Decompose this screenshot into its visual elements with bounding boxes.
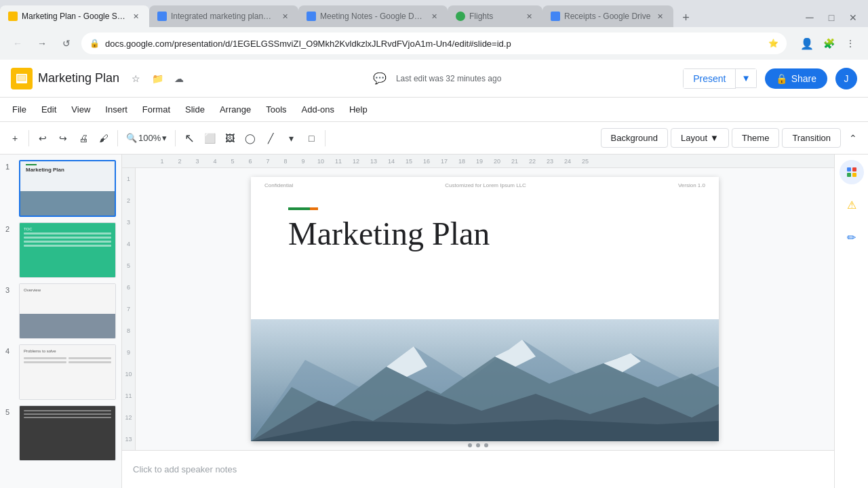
background-button[interactable]: Background: [601, 128, 668, 148]
notifications-icon[interactable]: ⚠: [840, 192, 864, 217]
browser-menu-button[interactable]: ⋮: [841, 34, 860, 53]
slide-item-2[interactable]: 2 TOC: [5, 222, 116, 278]
share-lock-icon: 🔒: [776, 73, 787, 84]
menu-view[interactable]: View: [64, 102, 97, 117]
comment-tool[interactable]: □: [302, 129, 321, 148]
star-button[interactable]: ☆: [127, 70, 144, 87]
slide-dots: [468, 443, 488, 447]
menu-tools[interactable]: Tools: [259, 102, 293, 117]
tab-meeting-notes[interactable]: Meeting Notes - Google Docs ✕: [298, 5, 448, 27]
theme-button[interactable]: Theme: [732, 128, 779, 148]
slide-item-3[interactable]: 3 Overview: [5, 283, 116, 339]
slide-thumb-4[interactable]: Problems to solve: [19, 344, 116, 400]
menu-arrange[interactable]: Arrange: [213, 102, 258, 117]
tab-flights[interactable]: Flights ✕: [448, 5, 542, 27]
zoom-select[interactable]: 🔍 100% ▾: [122, 130, 171, 146]
slide-thumb-1[interactable]: Marketing Plan: [19, 160, 116, 217]
minimize-button[interactable]: ─: [800, 8, 819, 27]
menu-format[interactable]: Format: [136, 102, 177, 117]
paint-format-button[interactable]: 🖌: [94, 129, 113, 148]
ruler-num-25: 25: [576, 158, 594, 165]
menu-file[interactable]: File: [5, 102, 33, 117]
tab-close-4[interactable]: ✕: [524, 11, 534, 22]
folder-button[interactable]: 📁: [149, 70, 165, 87]
svg-rect-12: [852, 167, 856, 171]
tab-close-3[interactable]: ✕: [429, 11, 439, 22]
ruler-left-13: 13: [122, 428, 136, 450]
slide-confidential: Confidential: [264, 182, 293, 188]
ruler-left-2: 2: [122, 190, 136, 211]
slide-item-5[interactable]: 5: [5, 405, 116, 461]
explore-icon[interactable]: [840, 160, 864, 184]
print-button[interactable]: 🖨: [74, 129, 93, 148]
menu-edit[interactable]: Edit: [35, 102, 63, 117]
share-button[interactable]: 🔒 Share: [765, 68, 827, 89]
tab-title-5: Receipts - Google Drive: [564, 12, 650, 21]
close-button[interactable]: ✕: [844, 8, 863, 27]
slide-canvas[interactable]: Confidential Customized for Lorem Ipsum …: [251, 177, 719, 441]
menu-insert[interactable]: Insert: [98, 102, 134, 117]
tab-close-2[interactable]: ✕: [279, 11, 290, 22]
line-tool[interactable]: ╱: [261, 129, 280, 148]
slide-number-5: 5: [5, 405, 15, 416]
undo-button[interactable]: ↩: [33, 129, 52, 148]
tab-receipts[interactable]: Receipts - Google Drive ✕: [542, 5, 673, 27]
slide-item-4[interactable]: 4 Problems to solve: [5, 344, 116, 400]
comment-button[interactable]: 💬: [369, 68, 391, 89]
avatar[interactable]: J: [835, 68, 857, 89]
slide-title[interactable]: Marketing Plan: [288, 215, 490, 252]
slide-mountain-background: [251, 319, 719, 441]
menu-slide[interactable]: Slide: [178, 102, 212, 117]
ruler-left-4: 4: [122, 233, 136, 255]
new-tab-button[interactable]: +: [676, 8, 695, 27]
slide-thumb-3[interactable]: Overview: [19, 283, 116, 339]
tab-favicon-1: [8, 12, 18, 21]
add-button[interactable]: +: [5, 129, 24, 148]
address-text: docs.google.com/presentation/d/1EGELGSSm…: [105, 39, 763, 49]
speaker-notes[interactable]: Click to add speaker notes: [122, 450, 834, 488]
address-input[interactable]: 🔒 docs.google.com/presentation/d/1EGELGS…: [81, 33, 787, 54]
redo-button[interactable]: ↪: [54, 129, 73, 148]
present-dropdown-button[interactable]: ▼: [736, 68, 756, 88]
ruler-num-21: 21: [506, 158, 524, 165]
layout-button[interactable]: Layout ▼: [671, 128, 729, 148]
header-right: Present ▼ 🔒 Share J: [683, 68, 857, 89]
ruler-num-3: 3: [189, 158, 206, 165]
select-tool[interactable]: ⬜: [200, 129, 219, 148]
line-dropdown[interactable]: ▾: [281, 129, 300, 148]
slide-number-4: 4: [5, 344, 15, 355]
edit-icon[interactable]: ✏: [840, 225, 864, 249]
tab-close-5[interactable]: ✕: [654, 11, 665, 22]
tab-integrated[interactable]: Integrated marketing plans - Go... ✕: [149, 5, 298, 27]
ruler-num-13: 13: [365, 158, 382, 165]
reload-button[interactable]: ↺: [57, 34, 76, 53]
slide-thumb-2[interactable]: TOC: [19, 222, 116, 278]
menu-addons[interactable]: Add-ons: [295, 102, 341, 117]
tab-favicon-3: [307, 12, 316, 21]
profile-icon[interactable]: 👤: [797, 34, 816, 53]
ruler-num-0: [136, 158, 153, 165]
cloud-button[interactable]: ☁: [171, 70, 187, 87]
present-main-button[interactable]: Present: [683, 68, 736, 89]
cursor-tool[interactable]: ↖: [180, 129, 199, 148]
image-tool[interactable]: 🖼: [220, 129, 239, 148]
layout-dropdown-icon: ▼: [710, 133, 719, 143]
slide-thumb-5[interactable]: [19, 405, 116, 461]
extension-icon[interactable]: 🧩: [819, 34, 838, 53]
share-label: Share: [791, 73, 816, 84]
tab-close-1[interactable]: ✕: [130, 11, 141, 22]
tab-title-1: Marketing Plan - Google Slides: [22, 12, 126, 21]
forward-button[interactable]: →: [33, 34, 52, 53]
ruler-num-4: 4: [206, 158, 224, 165]
collapse-toolbar-button[interactable]: ⌃: [844, 129, 863, 148]
ruler-num-20: 20: [488, 158, 506, 165]
tab-marketing-plan[interactable]: Marketing Plan - Google Slides ✕: [0, 5, 149, 27]
shapes-tool[interactable]: ◯: [241, 129, 260, 148]
ruler-num-18: 18: [453, 158, 471, 165]
svg-rect-13: [847, 173, 851, 177]
back-button[interactable]: ←: [8, 34, 27, 53]
slide-item-1[interactable]: 1 Marketing Plan: [5, 160, 116, 217]
maximize-button[interactable]: □: [822, 8, 841, 27]
menu-help[interactable]: Help: [342, 102, 374, 117]
transition-button[interactable]: Transition: [782, 128, 841, 148]
